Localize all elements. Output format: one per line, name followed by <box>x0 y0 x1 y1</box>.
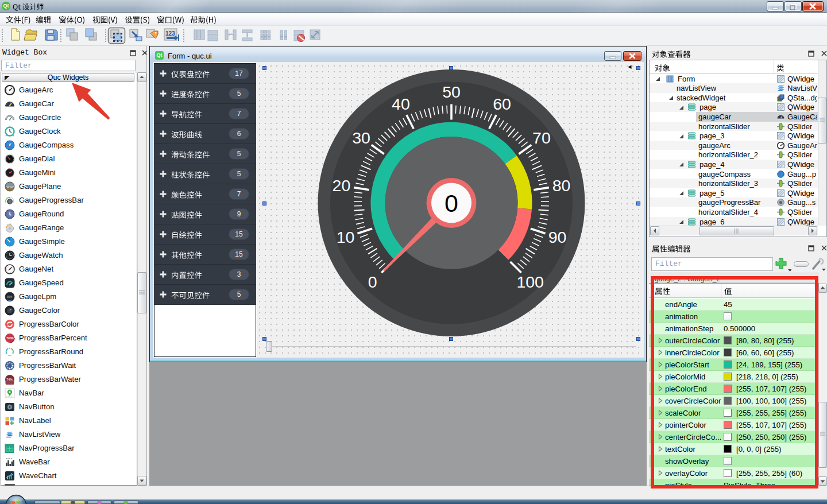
svg-text:70: 70 <box>532 129 551 147</box>
svg-text:20: 20 <box>333 176 351 195</box>
svg-text:74%: 74% <box>6 378 13 381</box>
svg-text:30: 30 <box>352 129 370 147</box>
svg-text:2.27: 2.27 <box>7 296 13 298</box>
svg-text:60: 60 <box>493 95 511 113</box>
svg-text:50: 50 <box>442 83 461 101</box>
svg-text:123: 123 <box>165 30 175 37</box>
svg-text:0: 0 <box>368 273 377 291</box>
svg-text:80: 80 <box>552 176 571 195</box>
svg-text:0: 0 <box>445 189 458 217</box>
svg-text:40: 40 <box>392 95 410 113</box>
svg-text:10: 10 <box>337 228 355 246</box>
svg-text:50%: 50% <box>7 336 14 340</box>
svg-text:100: 100 <box>516 273 544 291</box>
svg-text:90: 90 <box>548 228 567 246</box>
